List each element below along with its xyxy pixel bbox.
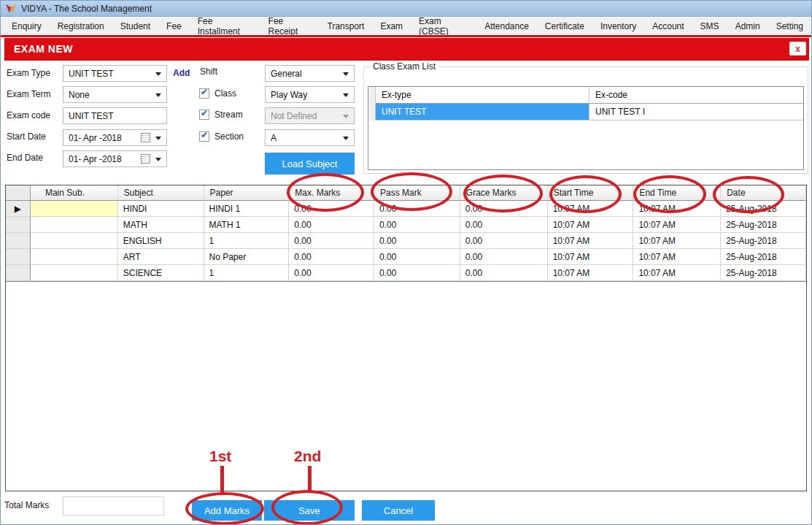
stream-checkbox[interactable]: ✔ Stream xyxy=(199,110,243,120)
ex-code-column-header[interactable]: Ex-code xyxy=(589,87,803,104)
app-logo-icon xyxy=(5,4,17,14)
column-header-max-marks[interactable]: Max. Marks xyxy=(289,185,374,201)
cell-max-marks[interactable]: 0.00 xyxy=(289,249,374,265)
column-header-end-time[interactable]: End Time xyxy=(633,185,721,201)
cell-max-marks[interactable]: 0.00 xyxy=(289,233,374,249)
current-row-arrow-icon[interactable]: ▶ xyxy=(6,201,31,217)
menu-item-transport[interactable]: Transport xyxy=(320,18,373,34)
cell-grace-marks[interactable]: 0.00 xyxy=(460,217,548,233)
start-date-picker[interactable]: 01- Apr -2018 xyxy=(63,129,167,146)
class-checkbox[interactable]: ✔ Class xyxy=(199,88,236,99)
cell-start-time[interactable]: 10:07 AM xyxy=(548,217,634,233)
close-button[interactable]: x xyxy=(789,42,806,55)
cell-date[interactable]: 25-Aug-2018 xyxy=(721,201,806,217)
cell-max-marks[interactable]: 0.00 xyxy=(289,201,374,217)
section-select[interactable]: A xyxy=(265,129,355,146)
column-header-date[interactable]: Date xyxy=(721,185,806,201)
dialog-header: EXAM NEW x xyxy=(4,38,809,61)
cell-start-time[interactable]: 10:07 AM xyxy=(548,265,634,281)
cell-grace-marks[interactable]: 0.00 xyxy=(460,201,548,217)
menu-item-certificate[interactable]: Certificate xyxy=(537,18,592,34)
cell-main-sub[interactable] xyxy=(31,249,118,265)
menu-item-attendance[interactable]: Attendance xyxy=(476,18,537,34)
cell-paper[interactable]: 1 xyxy=(204,233,290,249)
add-exam-type-link[interactable]: Add xyxy=(173,68,190,78)
cell-date[interactable]: 25-Aug-2018 xyxy=(721,249,806,265)
end-date-picker[interactable]: 01- Apr -2018 xyxy=(63,150,167,167)
shift-select[interactable]: General xyxy=(265,65,355,82)
row-selector[interactable] xyxy=(6,265,31,281)
class-exam-list-title: Class Exam List xyxy=(370,61,438,72)
row-selector[interactable] xyxy=(6,249,31,265)
column-header-paper[interactable]: Paper xyxy=(204,185,290,201)
cell-start-time[interactable]: 10:07 AM xyxy=(548,249,634,265)
menu-item-setting[interactable]: Setting xyxy=(768,18,811,34)
cell-pass-mark[interactable]: 0.00 xyxy=(374,249,460,265)
exam-term-value: None xyxy=(69,90,90,100)
cell-max-marks[interactable]: 0.00 xyxy=(289,265,374,281)
menu-item-sms[interactable]: SMS xyxy=(692,18,727,34)
cell-date[interactable]: 25-Aug-2018 xyxy=(721,265,806,281)
section-checkbox[interactable]: ✔ Section xyxy=(199,131,244,142)
cell-max-marks[interactable]: 0.00 xyxy=(289,217,374,233)
cell-pass-mark[interactable]: 0.00 xyxy=(374,233,460,249)
column-header-start-time[interactable]: Start Time xyxy=(548,185,634,201)
menu-item-admin[interactable]: Admin xyxy=(727,18,768,34)
menu-item-fee[interactable]: Fee xyxy=(158,18,190,34)
cell-paper[interactable]: No Paper xyxy=(204,249,290,265)
cell-subject[interactable]: ENGLISH xyxy=(118,233,204,249)
cell-subject[interactable]: HINDI xyxy=(118,201,204,217)
cell-pass-mark[interactable]: 0.00 xyxy=(374,265,460,281)
cell-main-sub[interactable] xyxy=(31,233,118,249)
exam-type-select[interactable]: UNIT TEST xyxy=(63,65,167,82)
cell-start-time[interactable]: 10:07 AM xyxy=(548,201,634,217)
menu-item-registration[interactable]: Registration xyxy=(50,18,112,34)
cell-subject[interactable]: ART xyxy=(118,249,204,265)
cell-grace-marks[interactable]: 0.00 xyxy=(460,249,548,265)
cell-end-time[interactable]: 10:07 AM xyxy=(633,249,721,265)
cell-subject[interactable]: MATH xyxy=(118,217,204,233)
load-subject-button[interactable]: Load Subject xyxy=(265,153,355,175)
cell-pass-mark[interactable]: 0.00 xyxy=(374,217,460,233)
cell-paper[interactable]: MATH 1 xyxy=(204,217,290,233)
save-button[interactable]: Save xyxy=(264,500,355,521)
column-header-main-sub[interactable]: Main Sub. xyxy=(31,185,118,201)
menu-item-inventory[interactable]: Inventory xyxy=(592,18,644,34)
add-marks-button[interactable]: Add Marks xyxy=(192,500,262,521)
cell-paper[interactable]: HINDI 1 xyxy=(204,201,290,217)
cell-end-time[interactable]: 10:07 AM xyxy=(633,217,721,233)
cell-subject[interactable]: SCIENCE xyxy=(118,265,204,281)
column-header-grace-marks[interactable]: Grace Marks xyxy=(460,185,548,201)
menu-item-exam[interactable]: Exam xyxy=(372,18,411,34)
row-selector[interactable] xyxy=(6,233,31,249)
ex-code-cell[interactable]: UNIT TEST I xyxy=(589,104,803,120)
cell-end-time[interactable]: 10:07 AM xyxy=(633,201,721,217)
cell-grace-marks[interactable]: 0.00 xyxy=(460,265,548,281)
cell-date[interactable]: 25-Aug-2018 xyxy=(721,233,806,249)
ex-type-cell[interactable]: UNIT TEST xyxy=(376,104,589,120)
ex-type-column-header[interactable]: Ex-type xyxy=(376,87,589,104)
row-selector[interactable] xyxy=(6,217,31,233)
exam-code-input[interactable]: UNIT TEST xyxy=(63,107,167,124)
cell-grace-marks[interactable]: 0.00 xyxy=(460,233,548,249)
cell-main-sub[interactable] xyxy=(31,217,118,233)
menu-item-enquiry[interactable]: Enquiry xyxy=(4,18,50,34)
total-marks-input[interactable] xyxy=(63,497,164,516)
column-header-subject[interactable]: Subject xyxy=(118,185,204,201)
cancel-button[interactable]: Cancel xyxy=(362,500,435,521)
menu-item-account[interactable]: Account xyxy=(644,18,692,34)
class-value: Play Way xyxy=(271,90,307,100)
cell-main-sub[interactable] xyxy=(31,201,118,217)
cell-end-time[interactable]: 10:07 AM xyxy=(633,265,721,281)
menu-item-student[interactable]: Student xyxy=(112,18,158,34)
class-exam-list-row[interactable]: UNIT TEST UNIT TEST I xyxy=(368,104,803,120)
class-select[interactable]: Play Way xyxy=(265,86,355,103)
cell-main-sub[interactable] xyxy=(31,265,118,281)
cell-paper[interactable]: 1 xyxy=(204,265,290,281)
cell-date[interactable]: 25-Aug-2018 xyxy=(721,217,806,233)
cell-pass-mark[interactable]: 0.00 xyxy=(374,201,460,217)
cell-start-time[interactable]: 10:07 AM xyxy=(548,233,634,249)
exam-term-select[interactable]: None xyxy=(63,86,167,103)
cell-end-time[interactable]: 10:07 AM xyxy=(633,233,721,249)
column-header-pass-mark[interactable]: Pass Mark xyxy=(374,185,460,201)
